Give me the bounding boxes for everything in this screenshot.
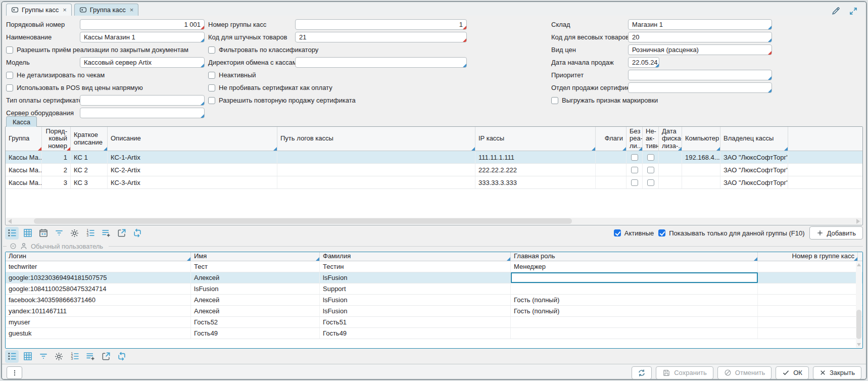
table-cell[interactable]: lsFusion — [320, 272, 511, 283]
form-input[interactable]: 22.05.24 — [628, 57, 659, 68]
table-cell[interactable]: Кассы Ма... — [6, 164, 42, 176]
table-cell[interactable] — [659, 164, 682, 176]
table-cell[interactable]: Гость (полный) — [511, 295, 758, 305]
table-row[interactable]: Кассы Ма...2КС 2КС-2-Artix222.22.2.222ЗА… — [6, 164, 862, 176]
column-header[interactable] — [788, 127, 863, 151]
table-cell[interactable]: КС 1 — [71, 151, 108, 163]
horizontal-scrollbar[interactable] — [6, 218, 862, 224]
table-cell[interactable] — [277, 176, 475, 188]
column-header[interactable]: Поряд- ковый номер — [42, 127, 71, 151]
table-cell[interactable] — [626, 164, 643, 176]
form-input[interactable]: Магазин 1 — [628, 19, 772, 30]
table-cell[interactable] — [682, 164, 720, 176]
table-cell[interactable]: ЗАО "ЛюксСофтТорг" — [720, 176, 788, 188]
table-cell[interactable]: yandex:1011467111 — [6, 306, 191, 316]
add-button[interactable]: Добавить — [809, 226, 863, 240]
scroll-down-icon[interactable] — [857, 343, 861, 346]
table-row[interactable]: google:108411002580475324714lsFusionSupp… — [6, 283, 862, 295]
sync-button[interactable] — [632, 366, 652, 379]
table-cell[interactable] — [511, 272, 758, 283]
table-cell[interactable]: КС 2 — [71, 164, 108, 176]
table-cell[interactable]: КС-1-Artix — [108, 151, 277, 163]
table-cell[interactable] — [277, 151, 475, 163]
calendar-view-icon[interactable] — [36, 227, 50, 240]
list-view-icon[interactable] — [5, 350, 19, 363]
table-cell[interactable] — [758, 283, 858, 294]
edit-pencil-icon[interactable] — [831, 6, 841, 16]
table-cell[interactable]: 222.22.2.222 — [475, 164, 596, 176]
column-header[interactable]: Не- ак- тивн — [643, 127, 659, 151]
table-cell[interactable]: Кассы Ма... — [6, 176, 42, 188]
column-header[interactable]: Владелец кассы — [720, 127, 788, 151]
table-cell[interactable] — [659, 151, 682, 163]
form-input[interactable]: 21 — [295, 32, 467, 42]
tab-0[interactable]: Группы касс× — [6, 4, 72, 16]
table-cell[interactable]: Алексей — [191, 306, 320, 316]
table-cell[interactable] — [511, 317, 758, 327]
table-cell[interactable] — [626, 151, 643, 163]
column-header[interactable]: Описание — [108, 127, 277, 151]
settings-gear-icon[interactable] — [68, 227, 81, 240]
table-row[interactable]: Кассы Ма...3КС 3КС-3-Artix333.33.3.333ЗА… — [6, 176, 862, 189]
tab-close-icon[interactable]: × — [63, 6, 67, 14]
refresh-cycle-icon[interactable] — [115, 350, 128, 363]
filter-checkbox-row[interactable]: Показывать только для данной группы (F10… — [658, 228, 804, 239]
column-header[interactable]: Компьютер — [682, 127, 720, 151]
checkbox[interactable] — [208, 72, 215, 79]
table-cell[interactable]: myuser — [6, 317, 191, 327]
ok-button[interactable]: ОК — [776, 366, 809, 379]
table-cell[interactable]: Гость (полный) — [511, 306, 758, 316]
table-cell[interactable] — [596, 151, 626, 163]
form-input[interactable] — [628, 70, 772, 80]
row-checkbox[interactable] — [647, 154, 654, 161]
table-cell[interactable]: КС 3 — [71, 176, 108, 188]
table-cell[interactable]: 2 — [42, 164, 71, 176]
form-input[interactable]: Розничная (расценка) — [628, 44, 772, 55]
tab-cassa[interactable]: Касса — [6, 116, 37, 127]
table-cell[interactable] — [758, 272, 858, 283]
row-checkbox[interactable] — [647, 179, 654, 186]
column-header[interactable]: Логин — [6, 252, 191, 261]
table-cell[interactable]: Тест — [191, 261, 320, 272]
cancel-button[interactable]: Отменить — [717, 366, 771, 379]
checkbox[interactable] — [6, 46, 13, 54]
table-cell[interactable]: Гость52 — [191, 317, 320, 327]
column-header[interactable]: Номер в группе касс — [758, 252, 858, 261]
filter-icon[interactable] — [52, 227, 66, 240]
table-cell[interactable] — [643, 151, 659, 163]
vertical-scrollbar[interactable] — [856, 262, 862, 348]
table-row[interactable]: google:103230369494181507575АлексейlsFus… — [6, 272, 862, 283]
table-cell[interactable] — [511, 328, 758, 339]
table-cell[interactable]: Кассы Ма... — [6, 151, 42, 163]
table-cell[interactable] — [758, 317, 858, 327]
form-input[interactable]: 20 — [628, 32, 772, 42]
grid-view-icon[interactable] — [21, 227, 34, 240]
table-row[interactable]: guestukГость49Гость49 — [6, 328, 862, 339]
checkbox[interactable] — [6, 84, 13, 91]
open-external-icon[interactable] — [115, 227, 128, 240]
form-input[interactable]: 1 — [295, 19, 467, 30]
table-cell[interactable] — [277, 164, 475, 176]
table-cell[interactable] — [511, 283, 758, 294]
table-cell[interactable]: 333.33.3.333 — [475, 176, 596, 188]
table-cell[interactable]: КС-3-Artix — [108, 176, 277, 188]
table-cell[interactable] — [659, 176, 682, 188]
filter-icon[interactable] — [36, 350, 50, 363]
table-cell[interactable]: lsFusion — [320, 295, 511, 305]
refresh-cycle-icon[interactable] — [130, 227, 144, 240]
table-cell[interactable]: Гость49 — [191, 328, 320, 339]
table-row[interactable]: yandex:1011467111АлексейlsFusionГость (п… — [6, 306, 862, 317]
scroll-right-icon[interactable] — [856, 219, 860, 224]
settings-gear-icon[interactable] — [52, 350, 66, 363]
table-cell[interactable]: 3 — [42, 176, 71, 188]
table-row[interactable]: Кассы Ма...1КС 1КС-1-Artix111.11.1.11119… — [6, 151, 862, 164]
table-cell[interactable]: google:103230369494181507575 — [6, 272, 191, 283]
table-cell[interactable]: lsFusion — [320, 306, 511, 316]
column-header[interactable]: Флаги — [596, 127, 626, 151]
table-cell[interactable] — [758, 306, 858, 316]
row-checkbox[interactable] — [647, 167, 654, 173]
list-view-icon[interactable] — [5, 227, 19, 240]
column-header[interactable]: Краткое описание — [71, 127, 108, 151]
column-header[interactable]: Фамилия — [320, 252, 511, 261]
checkbox[interactable] — [208, 84, 215, 91]
